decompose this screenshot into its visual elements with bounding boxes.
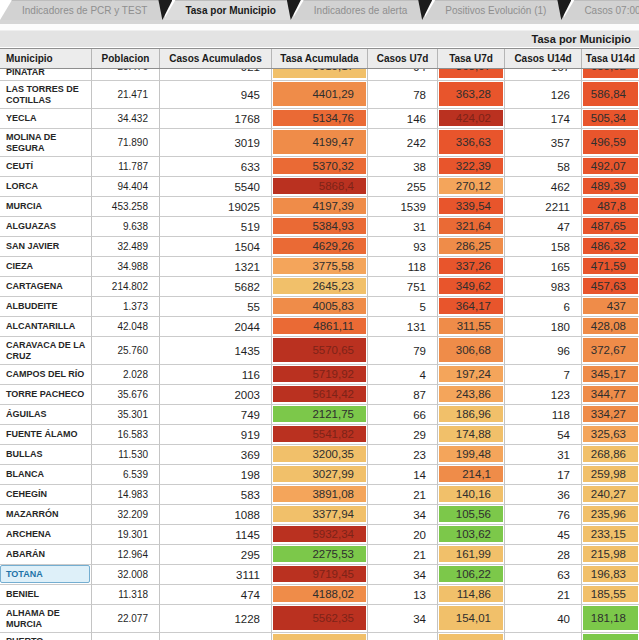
cell-tasa-u7d: 154,01 [438, 605, 505, 633]
table-row[interactable]: MAZARRÓN32.20910883377,9434105,5676235,9… [0, 505, 639, 525]
table-row[interactable]: ABARÁN12.9642952275,5321161,9928215,98 [0, 545, 639, 565]
cell-municipio[interactable]: BULLAS [0, 445, 92, 465]
column-header-tasa-u7d[interactable]: Tasa U7d [438, 49, 505, 68]
table-row[interactable]: ALBUDEITE1.373554005,835364,176437 [0, 297, 639, 317]
cell-municipio[interactable]: ALBUDEITE [0, 297, 92, 317]
cell-municipio[interactable]: BLANCA [0, 465, 92, 485]
selected-municipio-highlight[interactable]: TOTANA [0, 565, 90, 583]
cell-casos-u14d: 462 [505, 177, 582, 197]
cell-casos-acumulados: 369 [160, 445, 272, 465]
table-row[interactable]: CARAVACA DE LA CRUZ25.76014355570,657930… [0, 337, 639, 365]
cell-tasa-u14d-value: 268,86 [583, 446, 638, 462]
cell-municipio[interactable]: PUERTO LUMBRERAS [0, 633, 92, 640]
cell-municipio[interactable]: FUENTE ÁLAMO [0, 425, 92, 445]
cell-municipio[interactable]: SAN JAVIER [0, 237, 92, 257]
cell-tasa-u7d: 105,56 [438, 505, 505, 525]
cell-casos-u14d: 96 [505, 337, 582, 365]
column-header-casos-u14d[interactable]: Casos U14d [505, 49, 582, 68]
cell-municipio[interactable]: CEUTÍ [0, 157, 92, 177]
table-row[interactable]: BULLAS11.5303693200,3523199,4831268,86 [0, 445, 639, 465]
cell-municipio[interactable]: SAN PEDRO DEL PINATAR [0, 69, 92, 81]
cell-municipio[interactable]: MAZARRÓN [0, 505, 92, 525]
cell-tasa-u7d-value: 199,48 [439, 446, 503, 462]
table-header: Municipio Poblacion Casos Acumulados Tas… [0, 48, 639, 69]
cell-casos-u14d: 17 [505, 465, 582, 485]
cell-poblacion: 453.258 [92, 197, 160, 217]
table-row[interactable]: TOTANA32.00831119719,4534106,2263196,83 [0, 565, 639, 585]
table-row[interactable]: ALGUAZAS9.6385195384,9331321,6447487,65 [0, 217, 639, 237]
table-row[interactable]: SAN PEDRO DEL PINATAR25.4769213615,17943… [0, 69, 639, 81]
column-header-poblacion[interactable]: Poblacion [92, 49, 160, 68]
table-row[interactable]: CIEZA34.98813213775,58118337,26165471,59 [0, 257, 639, 277]
table-row[interactable]: PUERTO LUMBRERAS15.3944482910,2218116,93… [0, 633, 639, 640]
cell-tasa-acumulada-value: 4629,26 [273, 238, 366, 254]
tab-indicadores-pcr-test[interactable]: Indicadores de PCR y TEST [0, 0, 165, 20]
table-row[interactable]: ALCANTARILLA42.04820444861,11131311,5518… [0, 317, 639, 337]
cell-tasa-acumulada-value: 3027,99 [273, 466, 366, 482]
table-row[interactable]: FUENTE ÁLAMO16.5839195541,8229174,885432… [0, 425, 639, 445]
cell-municipio[interactable]: CEHEGÍN [0, 485, 92, 505]
table-row[interactable]: MOLINA DE SEGURA71.89030194199,47242336,… [0, 129, 639, 157]
cell-tasa-u14d: 185,55 [582, 585, 639, 605]
cell-casos-u14d: 58 [505, 157, 582, 177]
cell-municipio[interactable]: MOLINA DE SEGURA [0, 129, 92, 157]
cell-tasa-u14d: 372,67 [582, 337, 639, 365]
table-row[interactable]: MURCIA453.258190254197,391539339,5422114… [0, 197, 639, 217]
table-row[interactable]: CARTAGENA214.80256822645,23751349,629834… [0, 277, 639, 297]
cell-tasa-u7d: 270,12 [438, 177, 505, 197]
cell-municipio[interactable]: LORCA [0, 177, 92, 197]
cell-municipio[interactable]: YECLA [0, 109, 92, 129]
column-header-tasa-acumulada[interactable]: Tasa Acumulada [272, 49, 368, 68]
cell-casos-u7d: 34 [368, 565, 438, 585]
column-header-municipio[interactable]: Municipio [0, 49, 92, 68]
cell-tasa-u7d: 321,64 [438, 217, 505, 237]
table-row[interactable]: BENIEL11.3184744188,0213114,8621185,55 [0, 585, 639, 605]
tab-indicadores-de-alerta[interactable]: Indicadores de alerta [292, 0, 425, 20]
cell-casos-acumulados: 921 [160, 69, 272, 81]
cell-municipio[interactable]: ALCANTARILLA [0, 317, 92, 337]
cell-municipio[interactable]: TOTANA [0, 565, 92, 585]
cell-municipio[interactable]: ÁGUILAS [0, 405, 92, 425]
cell-tasa-acumulada: 5868,4 [272, 177, 368, 197]
table-row[interactable]: LAS TORRES DE COTILLAS21.4719454401,2978… [0, 81, 639, 109]
cell-casos-u14d: 180 [505, 317, 582, 337]
cell-municipio[interactable]: CARAVACA DE LA CRUZ [0, 337, 92, 365]
tab-casos-0700[interactable]: Casos 07:00 a 07:00 [562, 0, 639, 20]
cell-municipio[interactable]: ABARÁN [0, 545, 92, 565]
tab-positivos-evolucion[interactable]: Positivos Evolución (1) [423, 0, 564, 20]
tab-tasa-por-municipio[interactable]: Tasa por Municipio [163, 0, 293, 20]
cell-tasa-u14d: 489,39 [582, 177, 639, 197]
cell-municipio[interactable]: BENIEL [0, 585, 92, 605]
cell-tasa-acumulada-value: 5932,34 [273, 526, 366, 542]
cell-municipio[interactable]: CIEZA [0, 257, 92, 277]
table-row[interactable]: CEHEGÍN14.9835833891,0821140,1636240,27 [0, 485, 639, 505]
cell-municipio[interactable]: LAS TORRES DE COTILLAS [0, 81, 92, 109]
column-header-casos-acumulados[interactable]: Casos Acumulados [160, 49, 272, 68]
table-row[interactable]: ARCHENA19.30111455932,3420103,6245233,15 [0, 525, 639, 545]
section-title: Tasa por Municipio [0, 30, 639, 47]
column-header-casos-u7d[interactable]: Casos U7d [368, 49, 438, 68]
cell-municipio[interactable]: ALHAMA DE MURCIA [0, 605, 92, 633]
cell-municipio[interactable]: MURCIA [0, 197, 92, 217]
cell-municipio[interactable]: CARTAGENA [0, 277, 92, 297]
cell-tasa-u14d-value: 487,8 [583, 198, 638, 214]
table-row[interactable]: YECLA34.43217685134,76146424,02174505,34 [0, 109, 639, 129]
table-row[interactable]: CAMPOS DEL RÍO2.0281165719,924197,247345… [0, 365, 639, 385]
table-row[interactable]: SAN JAVIER32.48915044629,2693286,2515848… [0, 237, 639, 257]
cell-tasa-u7d-value: 364,17 [439, 298, 503, 314]
cell-municipio[interactable]: TORRE PACHECO [0, 385, 92, 405]
column-header-tasa-u14d[interactable]: Tasa U14d [582, 49, 639, 68]
table-row[interactable]: BLANCA6.5391983027,9914214,117259,98 [0, 465, 639, 485]
cell-municipio[interactable]: CAMPOS DEL RÍO [0, 365, 92, 385]
cell-casos-u7d: 1539 [368, 197, 438, 217]
table-row[interactable]: CEUTÍ11.7876335370,3238322,3958492,07 [0, 157, 639, 177]
cell-tasa-acumulada-value: 4005,83 [273, 298, 366, 314]
table-row[interactable]: ÁGUILAS35.3017492121,7566186,96118334,27 [0, 405, 639, 425]
table-row[interactable]: ALHAMA DE MURCIA22.07712285562,3534154,0… [0, 605, 639, 633]
cell-tasa-u14d-value: 492,07 [583, 158, 638, 174]
table-row[interactable]: LORCA94.40455405868,4255270,12462489,39 [0, 177, 639, 197]
cell-municipio[interactable]: ARCHENA [0, 525, 92, 545]
table-row[interactable]: TORRE PACHECO35.67620035614,4287243,8612… [0, 385, 639, 405]
cell-casos-acumulados: 55 [160, 297, 272, 317]
cell-municipio[interactable]: ALGUAZAS [0, 217, 92, 237]
